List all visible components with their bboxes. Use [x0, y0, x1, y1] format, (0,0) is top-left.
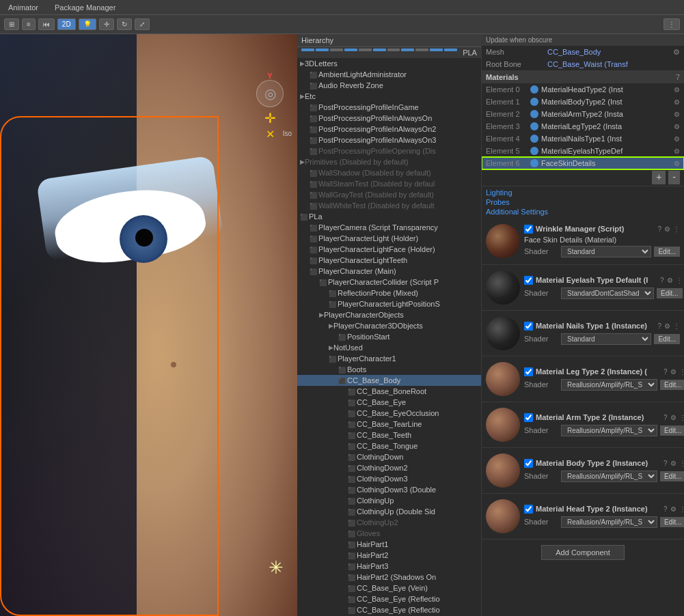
- hierarchy-item[interactable]: ⬛PlayerCharacter (Main): [297, 266, 481, 277]
- shader-edit-button[interactable]: Edit...: [660, 471, 684, 481]
- hierarchy-item[interactable]: ▶ 3DLetters: [297, 58, 481, 69]
- hierarchy-item[interactable]: ⬛CC_Base_EyeOcclusion: [297, 408, 481, 419]
- viewport[interactable]: Y ◎ ✛ ✕ Iso ✳: [0, 34, 297, 616]
- shader-select[interactable]: Reallusion/Amplify/RL_S: [561, 425, 657, 436]
- rotate-button[interactable]: ↻: [117, 18, 132, 30]
- component-settings-button[interactable]: ⚙: [670, 505, 676, 513]
- hierarchy-item[interactable]: ⬛PostProcessingProfileInAlwaysOn: [297, 113, 481, 124]
- add-material-button[interactable]: +: [652, 171, 666, 184]
- hierarchy-item[interactable]: ⬛HairPart3: [297, 561, 481, 572]
- material-row[interactable]: Element 6 FaceSkinDetails ⚙: [482, 157, 684, 169]
- material-gear-icon[interactable]: ⚙: [674, 160, 680, 167]
- component-toggle[interactable]: [524, 367, 533, 376]
- hierarchy-item[interactable]: ⬛PostProcessingProfileOpening (Dis: [297, 145, 481, 156]
- material-row[interactable]: Element 1 MaterialBodyType2 (Inst ⚙: [482, 96, 684, 108]
- component-more-button[interactable]: ⋮: [679, 460, 684, 467]
- material-row[interactable]: Element 3 MaterialLegType2 (Insta ⚙: [482, 120, 684, 132]
- component-toggle[interactable]: [524, 505, 533, 514]
- hierarchy-item[interactable]: ⬛ClothingDown3: [297, 473, 481, 484]
- component-toggle[interactable]: [524, 322, 533, 331]
- hierarchy-item[interactable]: ⬛CC_Base_Eye (Reflectio: [297, 604, 481, 615]
- remove-material-button[interactable]: -: [668, 171, 680, 184]
- package-manager-tab[interactable]: Package Manager: [51, 2, 120, 13]
- hierarchy-item[interactable]: ⬛PlayerCharacterLightFace (Holder): [297, 244, 481, 255]
- hierarchy-item[interactable]: ⬛ClothingDown3 (Double: [297, 484, 481, 495]
- material-gear-icon[interactable]: ⚙: [674, 123, 680, 130]
- shader-select[interactable]: StandardDontCastShad: [561, 288, 654, 299]
- material-row[interactable]: Element 4 MaterialNailsType1 (Inst ⚙: [482, 132, 684, 145]
- component-help-button[interactable]: ?: [657, 322, 661, 330]
- component-help-button[interactable]: ?: [664, 414, 668, 421]
- hierarchy-item[interactable]: ⬛PlayerCharacterCollider (Script P: [297, 277, 481, 288]
- hierarchy-item[interactable]: ⬛ReflectionProbe (Mixed): [297, 288, 481, 298]
- hierarchy-item[interactable]: ⬛CC_Base_Teeth: [297, 430, 481, 440]
- timeline-button[interactable]: ⏮: [38, 18, 55, 30]
- component-toggle[interactable]: [524, 276, 533, 285]
- material-row[interactable]: Element 2 MaterialArmType2 (Insta ⚙: [482, 108, 684, 120]
- shader-edit-button[interactable]: Edit...: [657, 288, 683, 298]
- shader-select[interactable]: Reallusion/Amplify/RL_S: [561, 379, 657, 391]
- component-settings-button[interactable]: ⚙: [670, 414, 676, 421]
- hierarchy-item[interactable]: ⬛ClothingDown2: [297, 462, 481, 473]
- hierarchy-item[interactable]: ⬛CC_Base_Tongue: [297, 440, 481, 451]
- shader-select[interactable]: Reallusion/Amplify/RL_S: [561, 471, 657, 482]
- hierarchy-item[interactable]: ⬛CC_Base_Eye (Reflectio: [297, 593, 481, 604]
- shader-edit-button[interactable]: Edit...: [660, 517, 684, 527]
- hierarchy-item[interactable]: ⬛WallWhiteTest (Disabled by default: [297, 200, 481, 211]
- layers-button[interactable]: ≡: [22, 18, 36, 30]
- hierarchy-item[interactable]: ⬛ClothingUp (Double Sid: [297, 506, 481, 517]
- hierarchy-item[interactable]: ⬛PlayerCharacterLightPositionS: [297, 298, 481, 309]
- probes-link[interactable]: Probes: [486, 197, 680, 207]
- shader-edit-button[interactable]: Edit...: [654, 247, 680, 257]
- component-toggle[interactable]: [524, 459, 533, 468]
- grid-button[interactable]: ⊞: [4, 18, 19, 30]
- shader-select[interactable]: Standard: [561, 246, 651, 257]
- hierarchy-item[interactable]: ⬛CC_Base_Eye: [297, 397, 481, 408]
- component-more-button[interactable]: ⋮: [679, 505, 684, 513]
- component-settings-button[interactable]: ⚙: [664, 322, 670, 330]
- hierarchy-item[interactable]: ⬛PostProcessingProfileInGame: [297, 102, 481, 113]
- add-component-button[interactable]: Add Component: [541, 545, 625, 560]
- shader-select[interactable]: Standard: [561, 333, 651, 345]
- component-more-button[interactable]: ⋮: [679, 368, 684, 376]
- shader-edit-button[interactable]: Edit...: [660, 380, 684, 390]
- material-row[interactable]: Element 5 MaterialEyelashTypeDef ⚙: [482, 145, 684, 157]
- material-row[interactable]: Element 0 MaterialHeadType2 (Inst ⚙: [482, 83, 684, 96]
- component-more-button[interactable]: ⋮: [676, 277, 683, 284]
- hierarchy-item[interactable]: ⬛ClothingUp2: [297, 517, 481, 528]
- hierarchy-item[interactable]: ⬛WallGrayTest (Disabled by default): [297, 189, 481, 200]
- root-bone-value[interactable]: CC_Base_Waist (Transf: [547, 60, 680, 68]
- hierarchy-item[interactable]: ⬛PositionStart: [297, 331, 481, 342]
- shader-edit-button[interactable]: Edit...: [660, 425, 684, 436]
- component-settings-button[interactable]: ⚙: [670, 368, 676, 376]
- hierarchy-item[interactable]: ⬛CC_Base_Body: [297, 375, 481, 386]
- hierarchy-item[interactable]: ▶ Primitives (Disabled by default): [297, 156, 481, 167]
- component-more-button[interactable]: ⋮: [679, 414, 684, 421]
- hierarchy-item[interactable]: ⬛Boots: [297, 364, 481, 375]
- hierarchy-item[interactable]: ⬛PostProcessingProfileInAlwaysOn2: [297, 124, 481, 135]
- material-gear-icon[interactable]: ⚙: [674, 135, 680, 143]
- hierarchy-item[interactable]: ▶ PlayerCharacter3DObjects: [297, 320, 481, 331]
- hierarchy-item[interactable]: ⬛PlayerCharacterLight (Holder): [297, 233, 481, 244]
- more-button[interactable]: ⋮: [664, 18, 680, 30]
- component-toggle[interactable]: [524, 225, 533, 234]
- hierarchy-item[interactable]: ▶ Etc: [297, 91, 481, 102]
- scale-button[interactable]: ⤢: [135, 18, 150, 30]
- component-more-button[interactable]: ⋮: [673, 225, 680, 233]
- hierarchy-item[interactable]: ⬛PlayerCamera (Script Transparency: [297, 222, 481, 233]
- shader-select[interactable]: Reallusion/Amplify/RL_S: [561, 516, 657, 528]
- hierarchy-item[interactable]: ⬛CC_Base_TearLine: [297, 419, 481, 430]
- hierarchy-item[interactable]: ▶ PlayerCharacterObjects: [297, 309, 481, 320]
- component-settings-button[interactable]: ⚙: [667, 277, 673, 284]
- material-gear-icon[interactable]: ⚙: [674, 111, 680, 118]
- hierarchy-item[interactable]: ⬛Audio Reverb Zone: [297, 80, 481, 91]
- hierarchy-item[interactable]: ⬛WallShadow (Disabled by default): [297, 167, 481, 178]
- hierarchy-item[interactable]: ⬛CC_Base_BoneRoot: [297, 386, 481, 397]
- hierarchy-item[interactable]: ⬛PlayerCharacter1: [297, 353, 481, 364]
- component-settings-button[interactable]: ⚙: [670, 460, 676, 467]
- lighting-link[interactable]: Lighting: [486, 188, 680, 197]
- material-gear-icon[interactable]: ⚙: [674, 98, 680, 106]
- component-help-button[interactable]: ?: [664, 460, 668, 467]
- mesh-gear-icon[interactable]: ⚙: [673, 48, 680, 57]
- hierarchy-item[interactable]: ⬛PlayerCharacterLightTeeth: [297, 255, 481, 266]
